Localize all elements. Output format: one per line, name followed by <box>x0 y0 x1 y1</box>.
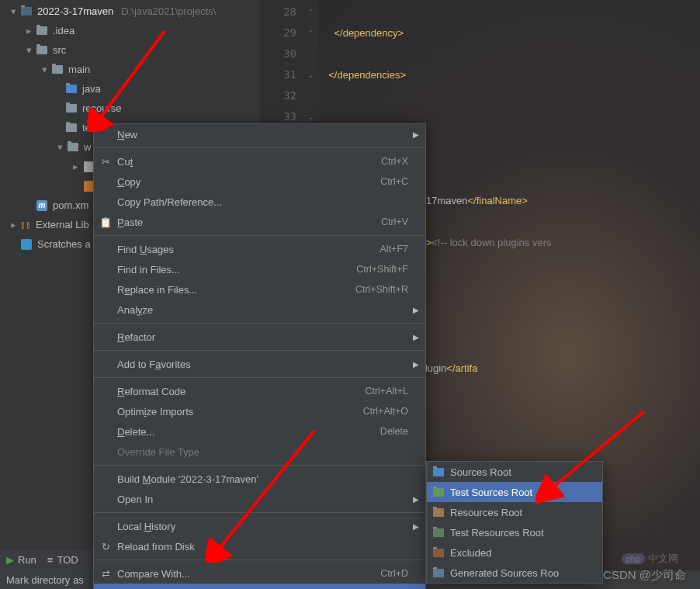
folder-icon <box>65 122 78 134</box>
menu-item-compare-with[interactable]: ⇄Compare With...Ctrl+D <box>94 563 425 584</box>
run-tool-window[interactable]: ▶Run <box>6 554 36 566</box>
play-icon: ▶ <box>6 554 14 566</box>
compare-icon: ⇄ <box>99 568 113 580</box>
sources-folder-icon <box>65 83 78 95</box>
todo-tool-window[interactable]: ≡TOD <box>47 554 78 566</box>
submenu-arrow-icon: ▶ <box>413 306 419 314</box>
chevron-right-icon: ▸ <box>70 161 81 172</box>
submenu-item-excluded[interactable]: Excluded <box>427 542 602 563</box>
menu-item-optimize-imports[interactable]: Optimize ImportsCtrl+Alt+O <box>94 401 425 421</box>
csdn-watermark: CSDN @少司命 <box>603 568 686 583</box>
cut-icon: ✂ <box>99 156 113 168</box>
chevron-down-icon: ▾ <box>39 64 50 75</box>
folder-icon <box>51 64 64 76</box>
folder-src-green-icon <box>431 488 445 497</box>
folder-src-blue-icon <box>431 468 445 476</box>
scratches-icon <box>20 238 33 251</box>
chevron-down-icon: ▾ <box>8 6 19 17</box>
tree-root[interactable]: ▾ 2022-3-17maven D:\java2021\projects\ <box>0 2 259 21</box>
menu-item-refactor[interactable]: Refactor▶ <box>94 327 425 347</box>
folder-icon <box>67 141 79 154</box>
context-menu[interactable]: New▶✂CutCtrl+XCopyCtrl+CCopy Path/Refere… <box>93 123 426 589</box>
menu-item-find-in-files[interactable]: Find in Files...Ctrl+Shift+F <box>94 259 425 279</box>
maven-icon: m <box>36 199 48 212</box>
menu-item-reload-from-disk[interactable]: ↻Reload from Disk <box>94 536 425 556</box>
submenu-item-sources-root[interactable]: Sources Root <box>427 462 602 482</box>
paste-icon: 📋 <box>99 217 113 228</box>
tree-src[interactable]: ▾ src <box>0 40 259 60</box>
menu-item-copy-path-reference[interactable]: Copy Path/Reference... <box>94 192 425 212</box>
menu-item-open-in[interactable]: Open In▶ <box>94 489 425 509</box>
tree-recourse[interactable]: recourse <box>0 99 259 118</box>
submenu-item-test-resources-root[interactable]: Test Resources Root <box>427 522 602 542</box>
menu-item-paste[interactable]: 📋PasteCtrl+V <box>94 212 425 232</box>
folder-icon <box>65 102 78 115</box>
chevron-down-icon: ▾ <box>54 142 65 153</box>
submenu-arrow-icon: ▶ <box>413 360 419 369</box>
menu-item-new[interactable]: New▶ <box>94 124 425 144</box>
tree-idea[interactable]: ▸ .idea <box>0 21 259 40</box>
menu-item-build-module-2022-3-17maven[interactable]: Build Module '2022-3-17maven' <box>94 469 425 489</box>
menu-item-delete[interactable]: Delete...Delete <box>94 421 425 442</box>
menu-item-find-usages[interactable]: Find UsagesAlt+F7 <box>94 239 425 259</box>
todo-icon: ≡ <box>47 554 54 566</box>
menu-item-reformat-code[interactable]: Reformat CodeCtrl+Alt+L <box>94 381 425 401</box>
submenu-arrow-icon: ▶ <box>413 522 419 531</box>
submenu-arrow-icon: ▶ <box>413 130 419 139</box>
menu-item-copy[interactable]: CopyCtrl+C <box>94 172 425 192</box>
chevron-right-icon: ▸ <box>23 26 34 36</box>
submenu-item-generated-sources-roo[interactable]: Generated Sources Roo <box>427 563 602 583</box>
reload-icon: ↻ <box>99 541 113 553</box>
php-watermark: php中文网 <box>622 552 678 566</box>
library-icon: ⫿⫿ <box>20 220 31 230</box>
folder-icon <box>36 25 48 37</box>
submenu-item-test-sources-root[interactable]: Test Sources Root <box>427 482 602 502</box>
submenu-item-resources-root[interactable]: Resources Root <box>427 502 602 522</box>
menu-item-override-file-type: Override File Type <box>94 442 425 462</box>
submenu-arrow-icon: ▶ <box>413 495 419 504</box>
menu-item-mark-directory-as[interactable]: Mark Directory as▶ <box>94 584 425 589</box>
folder-res-icon <box>431 508 445 517</box>
submenu-arrow-icon: ▶ <box>413 333 419 341</box>
module-icon <box>20 5 33 18</box>
root-name: 2022-3-17maven <box>37 5 113 17</box>
menu-item-cut[interactable]: ✂CutCtrl+X <box>94 151 425 172</box>
folder-exc-icon <box>431 549 445 557</box>
chevron-right-icon: ▸ <box>8 220 19 230</box>
folder-gen-icon <box>431 569 445 577</box>
folder-test-res-icon <box>431 528 445 537</box>
mark-directory-submenu[interactable]: Sources RootTest Sources RootResources R… <box>426 461 603 584</box>
menu-item-analyze[interactable]: Analyze▶ <box>94 300 425 320</box>
tree-java[interactable]: java <box>0 79 259 99</box>
menu-item-replace-in-files[interactable]: Replace in Files...Ctrl+Shift+R <box>94 279 425 300</box>
folder-icon <box>36 44 48 57</box>
tree-main[interactable]: ▾ main <box>0 60 259 79</box>
menu-item-local-history[interactable]: Local History▶ <box>94 516 425 536</box>
chevron-down-icon: ▾ <box>23 45 34 56</box>
root-path: D:\java2021\projects\ <box>121 5 216 17</box>
menu-item-add-to-favorites[interactable]: Add to Favorites▶ <box>94 354 425 374</box>
